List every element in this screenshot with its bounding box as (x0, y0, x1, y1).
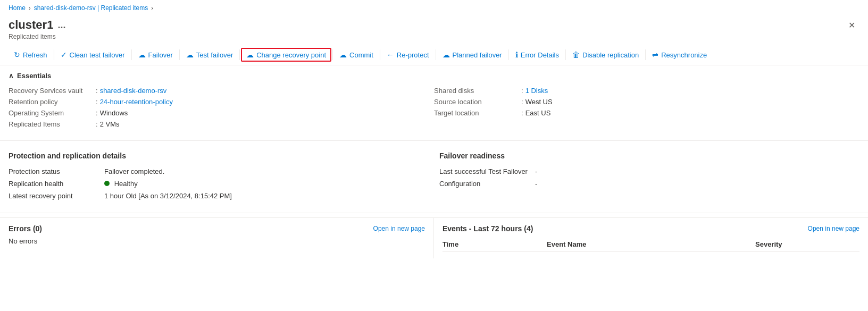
arrow-left-icon: ← (387, 51, 394, 59)
events-col-time: Time (443, 240, 547, 248)
shared-disks-value: 1 Disks (525, 87, 548, 95)
errors-panel: Errors (0) Open in new page No errors (0, 218, 434, 258)
health-dot-icon (104, 181, 110, 186)
disable-replication-label: Disable replication (582, 51, 639, 59)
essentials-row-source: Source location : West US (434, 96, 859, 107)
last-test-failover-label: Last successful Test Failover (439, 167, 535, 175)
breadcrumb-home[interactable]: Home (9, 4, 26, 12)
commit-label: Commit (349, 51, 373, 59)
protection-status-row: Protection status Failover completed. (9, 165, 429, 178)
more-options-button[interactable]: ... (57, 20, 65, 31)
cloud-icon-4: ☁ (339, 51, 347, 59)
last-test-failover-row: Last successful Test Failover - (439, 165, 859, 178)
retention-link[interactable]: 24-hour-retention-policy (100, 98, 173, 106)
toolbar: ↻ Refresh ✓ Clean test failover ☁ Failov… (0, 45, 868, 65)
essentials-row-target: Target location : East US (434, 107, 859, 119)
os-label: Operating System (9, 109, 94, 117)
sep-10 (645, 49, 646, 60)
trash-icon: 🗑 (572, 51, 580, 59)
change-recovery-point-button[interactable]: ☁ Change recovery point (241, 48, 331, 62)
resynchronize-button[interactable]: ⇌ Resynchronize (647, 48, 712, 62)
retention-sep: : (96, 98, 98, 106)
clean-test-failover-label: Clean test failover (70, 51, 125, 59)
sep-5 (332, 49, 333, 60)
essentials-section: ∧ Essentials Recovery Services vault : s… (0, 65, 868, 136)
close-button[interactable]: ✕ (844, 18, 859, 32)
target-value: East US (525, 109, 551, 117)
configuration-value: - (535, 180, 537, 188)
vault-value: shared-disk-demo-rsv (100, 87, 167, 95)
cloud-icon-1: ☁ (138, 51, 146, 59)
breadcrumb-parent[interactable]: shared-disk-demo-rsv | Replicated items (34, 4, 148, 12)
sep-8 (508, 49, 509, 60)
essentials-row-replicated-items: Replicated Items : 2 VMs (9, 119, 434, 130)
refresh-button[interactable]: ↻ Refresh (9, 48, 53, 62)
retention-value: 24-hour-retention-policy (100, 98, 173, 106)
cloud-icon-3: ☁ (246, 51, 254, 59)
planned-failover-button[interactable]: ☁ Planned failover (437, 48, 507, 62)
cloud-icon-2: ☁ (186, 51, 194, 59)
recovery-point-label: Latest recovery point (9, 192, 104, 200)
vault-link[interactable]: shared-disk-demo-rsv (100, 87, 167, 95)
failover-readiness-panel: Failover readiness Last successful Test … (439, 152, 859, 202)
info-icon: ℹ (515, 51, 518, 59)
essentials-right: Shared disks : 1 Disks Source location :… (434, 85, 859, 130)
sep-2 (131, 49, 132, 60)
events-col-name: Event Name (547, 240, 755, 248)
shared-disks-label: Shared disks (434, 87, 519, 95)
sep-9 (565, 49, 566, 60)
replication-health-value: Healthy (104, 180, 138, 188)
protection-status-label: Protection status (9, 167, 104, 175)
shared-disks-sep: : (521, 87, 523, 95)
test-failover-button[interactable]: ☁ Test failover (181, 48, 238, 62)
bottom-section: Errors (0) Open in new page No errors Ev… (0, 217, 868, 258)
replication-health-row: Replication health Healthy (9, 178, 429, 190)
no-errors-label: No errors (9, 237, 37, 245)
essentials-row-vault: Recovery Services vault : shared-disk-de… (9, 85, 434, 96)
replicated-items-value: 2 VMs (100, 120, 120, 128)
breadcrumb-sep-2: › (151, 5, 153, 11)
resynchronize-label: Resynchronize (661, 51, 707, 59)
recovery-point-value: 1 hour Old [As on 3/12/2024, 8:15:42 PM] (104, 192, 232, 200)
details-section: Protection and replication details Prote… (0, 145, 868, 208)
configuration-label: Configuration (439, 180, 535, 188)
failover-button[interactable]: ☁ Failover (133, 48, 178, 62)
essentials-title: ∧ Essentials (9, 72, 859, 80)
essentials-grid: Recovery Services vault : shared-disk-de… (9, 85, 859, 130)
essentials-toggle-icon[interactable]: ∧ (9, 72, 14, 80)
planned-failover-label: Planned failover (453, 51, 502, 59)
recovery-point-row: Latest recovery point 1 hour Old [As on … (9, 190, 429, 202)
events-table-header: Time Event Name Severity (443, 237, 859, 252)
configuration-row: Configuration - (439, 178, 859, 190)
commit-button[interactable]: ☁ Commit (334, 48, 379, 62)
events-table: Time Event Name Severity (443, 237, 859, 252)
refresh-icon: ↻ (14, 51, 20, 59)
replicated-items-sep: : (96, 120, 98, 128)
source-value: West US (525, 98, 553, 106)
re-protect-button[interactable]: ← Re-protect (381, 48, 435, 62)
sep-4 (239, 49, 240, 60)
essentials-row-os: Operating System : Windows (9, 107, 434, 119)
target-label: Target location (434, 109, 519, 117)
breadcrumb: Home › shared-disk-demo-rsv | Replicated… (0, 0, 868, 16)
breadcrumb-sep-1: › (29, 5, 31, 11)
os-sep: : (96, 109, 98, 117)
clean-test-failover-button[interactable]: ✓ Clean test failover (55, 48, 130, 62)
last-test-failover-value: - (535, 167, 537, 175)
error-details-button[interactable]: ℹ Error Details (510, 48, 564, 62)
errors-open-new-page[interactable]: Open in new page (373, 225, 425, 232)
divider-2 (0, 213, 868, 213)
essentials-left: Recovery Services vault : shared-disk-de… (9, 85, 434, 130)
shared-disks-link[interactable]: 1 Disks (525, 87, 548, 95)
os-value: Windows (100, 109, 128, 117)
errors-title: Errors (0) (9, 224, 42, 233)
events-panel: Events - Last 72 hours (4) Open in new p… (434, 218, 868, 258)
page-title-container: cluster1 ... (9, 18, 65, 32)
divider-1 (0, 140, 868, 141)
disable-replication-button[interactable]: 🗑 Disable replication (567, 48, 644, 62)
events-open-new-page[interactable]: Open in new page (808, 225, 859, 232)
source-label: Source location (434, 98, 519, 106)
sep-1 (54, 49, 54, 60)
vault-label: Recovery Services vault (9, 87, 94, 95)
errors-header: Errors (0) Open in new page (9, 224, 425, 233)
